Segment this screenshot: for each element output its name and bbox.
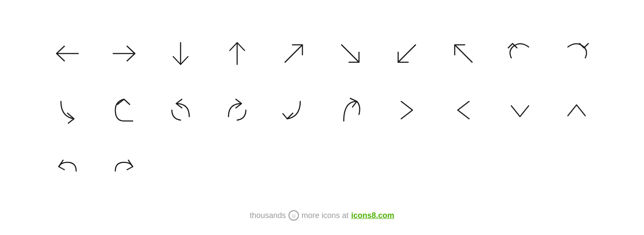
- arrow-left-icon[interactable]: [41, 27, 94, 80]
- arrow-up-left-icon[interactable]: [437, 27, 490, 80]
- arrow-down-right-icon[interactable]: [324, 27, 376, 80]
- icons-container: [15, 14, 629, 206]
- arrow-turn-up-icon[interactable]: [98, 84, 150, 136]
- footer-text-before: thousands: [250, 211, 286, 220]
- icon-row-1: [41, 27, 603, 80]
- icon-row-3: [41, 141, 150, 193]
- forward-right-icon[interactable]: [98, 141, 150, 193]
- arrow-turn-down-right-icon[interactable]: [41, 84, 94, 136]
- footer-brand-link[interactable]: icons8.com: [351, 211, 394, 220]
- chevron-left-icon[interactable]: [437, 84, 490, 136]
- chevron-up-icon[interactable]: [550, 84, 603, 136]
- arrow-down-left-icon[interactable]: [381, 27, 433, 80]
- svg-line-7: [455, 45, 472, 62]
- arrow-down-icon[interactable]: [154, 27, 207, 80]
- arrow-up-right-icon[interactable]: [268, 27, 320, 80]
- icon-row-2: [41, 84, 603, 136]
- chevron-right-icon[interactable]: [381, 84, 433, 136]
- smiley-icon: ☺: [288, 210, 299, 221]
- forward-curved-right-icon[interactable]: [211, 84, 263, 136]
- reply-left-icon[interactable]: [41, 141, 94, 193]
- svg-line-6: [398, 45, 416, 62]
- reply-curved-left-icon[interactable]: [154, 84, 207, 136]
- footer-text-middle: more icons at: [302, 211, 349, 220]
- undo-curved-icon[interactable]: [494, 27, 546, 80]
- arrow-right-icon[interactable]: [98, 27, 150, 80]
- footer: thousands ☺ more icons at icons8.com: [250, 210, 394, 221]
- redo-curved-icon[interactable]: [550, 27, 603, 80]
- arrow-turn-up-open-icon[interactable]: [324, 84, 376, 136]
- arrow-curved-down-left-icon[interactable]: [268, 84, 320, 136]
- chevron-down-icon[interactable]: [494, 84, 546, 136]
- arrow-up-icon[interactable]: [211, 27, 263, 80]
- svg-line-5: [342, 45, 359, 62]
- svg-line-4: [285, 45, 302, 62]
